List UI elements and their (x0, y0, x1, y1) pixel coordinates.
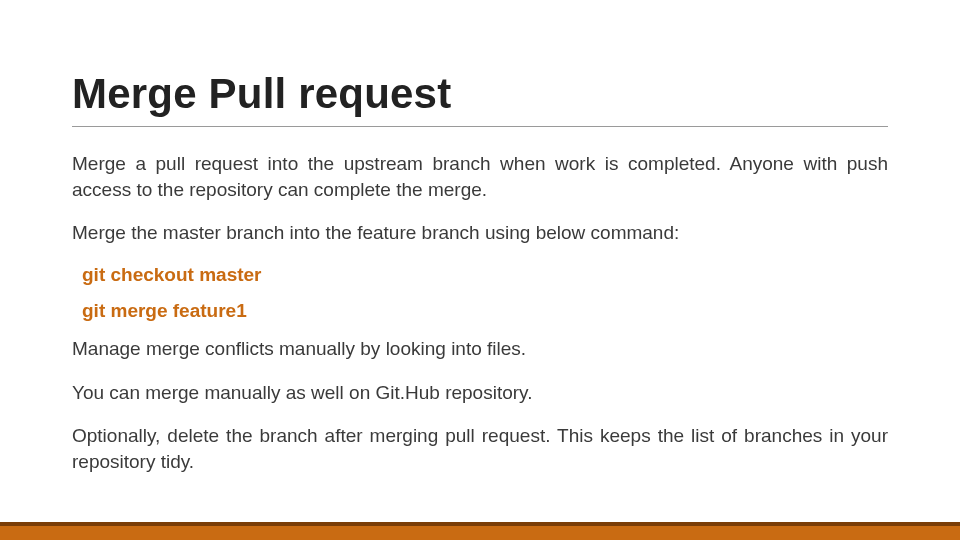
command-checkout: git checkout master (82, 264, 888, 286)
slide-title: Merge Pull request (72, 70, 888, 118)
title-underline (72, 126, 888, 127)
footer-accent-bar (0, 526, 960, 540)
slide: Merge Pull request Merge a pull request … (0, 0, 960, 540)
manual-merge-paragraph: You can merge manually as well on Git.Hu… (72, 380, 888, 406)
intro-paragraph: Merge a pull request into the upstream b… (72, 151, 888, 202)
conflicts-paragraph: Manage merge conflicts manually by looki… (72, 336, 888, 362)
cleanup-paragraph: Optionally, delete the branch after merg… (72, 423, 888, 474)
command-merge: git merge feature1 (82, 300, 888, 322)
slide-content: Merge Pull request Merge a pull request … (0, 0, 960, 474)
instruction-paragraph: Merge the master branch into the feature… (72, 220, 888, 246)
